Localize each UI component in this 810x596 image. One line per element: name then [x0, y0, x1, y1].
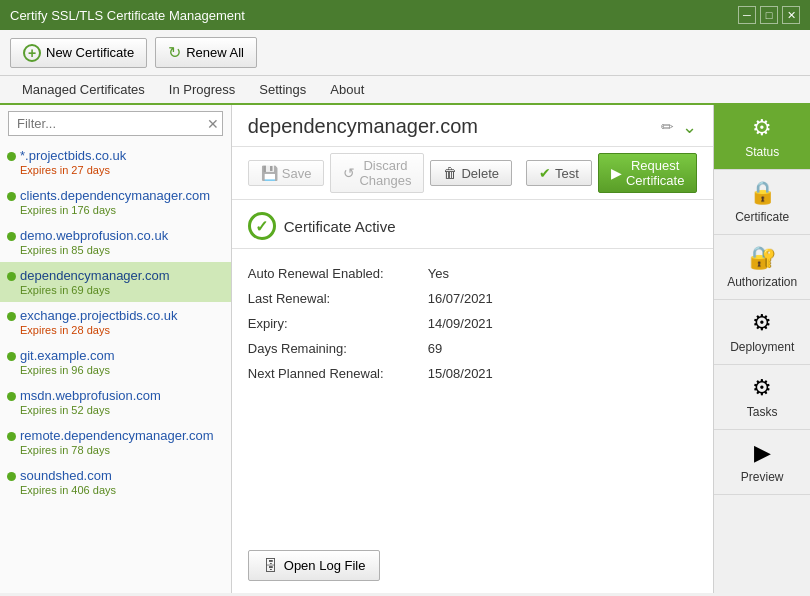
cert-details-table: Auto Renewal Enabled: Yes Last Renewal: …	[232, 249, 714, 542]
cert-detail-row: Next Planned Renewal: 15/08/2021	[248, 361, 698, 386]
open-log-area: 🗄 Open Log File	[232, 542, 714, 593]
cert-list-item[interactable]: remote.dependencymanager.com Expires in …	[0, 422, 231, 462]
deployment-label: Deployment	[730, 340, 794, 354]
cert-detail-label: Expiry:	[248, 316, 428, 331]
save-icon: 💾	[261, 165, 278, 181]
nav-tabs: Managed Certificates In Progress Setting…	[0, 76, 810, 105]
edit-icon[interactable]: ✏	[661, 118, 674, 136]
cert-detail-row: Days Remaining: 69	[248, 336, 698, 361]
cert-expiry: Expires in 69 days	[20, 284, 223, 296]
sidebar: ✕ *.projectbids.co.uk Expires in 27 days…	[0, 105, 232, 593]
cert-expiry: Expires in 406 days	[20, 484, 223, 496]
cert-list-item[interactable]: git.example.com Expires in 96 days	[0, 342, 231, 382]
cert-status-dot	[7, 152, 16, 161]
cert-status-dot	[7, 432, 16, 441]
detail-header-icons: ✏ ⌄	[661, 116, 697, 138]
cert-detail-value: Yes	[428, 266, 449, 281]
request-certificate-button[interactable]: ▶ Request Certificate	[598, 153, 698, 193]
tasks-label: Tasks	[747, 405, 778, 419]
cert-status-dot	[7, 312, 16, 321]
tab-in-progress[interactable]: In Progress	[157, 76, 247, 105]
new-certificate-button[interactable]: + New Certificate	[10, 38, 147, 68]
cert-list-item[interactable]: msdn.webprofusion.com Expires in 52 days	[0, 382, 231, 422]
action-bar: 💾 Save ↺ Discard Changes 🗑 Delete ✔ Test…	[232, 147, 714, 200]
right-panel: ⚙ Status 🔒 Certificate 🔐 Authorization ⚙…	[713, 105, 810, 593]
chevron-down-icon[interactable]: ⌄	[682, 116, 697, 138]
search-clear-button[interactable]: ✕	[207, 116, 219, 132]
status-label: Status	[745, 145, 779, 159]
cert-list-item[interactable]: clients.dependencymanager.com Expires in…	[0, 182, 231, 222]
right-panel-authorization[interactable]: 🔐 Authorization	[714, 235, 810, 300]
detail-header: dependencymanager.com ✏ ⌄	[232, 105, 714, 147]
discard-icon: ↺	[343, 165, 355, 181]
search-input[interactable]	[8, 111, 223, 136]
authorization-label: Authorization	[727, 275, 797, 289]
right-panel-tasks[interactable]: ⚙ Tasks	[714, 365, 810, 430]
cert-expiry: Expires in 85 days	[20, 244, 223, 256]
close-button[interactable]: ✕	[782, 6, 800, 24]
cert-expiry: Expires in 96 days	[20, 364, 223, 376]
cert-detail-label: Auto Renewal Enabled:	[248, 266, 428, 281]
open-log-button[interactable]: 🗄 Open Log File	[248, 550, 381, 581]
detail-title: dependencymanager.com	[248, 115, 478, 138]
cert-expiry: Expires in 52 days	[20, 404, 223, 416]
cert-status-dot	[7, 352, 16, 361]
tab-managed-certificates[interactable]: Managed Certificates	[10, 76, 157, 105]
right-panel-preview[interactable]: ▶ Preview	[714, 430, 810, 495]
cert-status-dot	[7, 472, 16, 481]
cert-detail-value: 15/08/2021	[428, 366, 493, 381]
delete-icon: 🗑	[443, 165, 457, 181]
status-icon: ⚙	[752, 115, 772, 141]
cert-detail-label: Last Renewal:	[248, 291, 428, 306]
cert-list-item[interactable]: dependencymanager.com Expires in 69 days	[0, 262, 231, 302]
main-content: ✕ *.projectbids.co.uk Expires in 27 days…	[0, 105, 810, 593]
cert-name: msdn.webprofusion.com	[20, 388, 223, 403]
authorization-icon: 🔐	[749, 245, 776, 271]
cert-name: clients.dependencymanager.com	[20, 188, 223, 203]
delete-button[interactable]: 🗑 Delete	[430, 160, 512, 186]
cert-list-item[interactable]: demo.webprofusion.co.uk Expires in 85 da…	[0, 222, 231, 262]
cert-detail-value: 69	[428, 341, 442, 356]
maximize-button[interactable]: □	[760, 6, 778, 24]
cert-list-item[interactable]: *.projectbids.co.uk Expires in 27 days	[0, 142, 231, 182]
cert-expiry: Expires in 28 days	[20, 324, 223, 336]
cert-detail-label: Days Remaining:	[248, 341, 428, 356]
right-panel-certificate[interactable]: 🔒 Certificate	[714, 170, 810, 235]
save-button[interactable]: 💾 Save	[248, 160, 325, 186]
renew-all-button[interactable]: ↻ Renew All	[155, 37, 257, 68]
cert-name: dependencymanager.com	[20, 268, 223, 283]
tab-settings[interactable]: Settings	[247, 76, 318, 105]
cert-list-item[interactable]: soundshed.com Expires in 406 days	[0, 462, 231, 502]
cert-status-dot	[7, 192, 16, 201]
right-panel-status[interactable]: ⚙ Status	[714, 105, 810, 170]
preview-label: Preview	[741, 470, 784, 484]
preview-icon: ▶	[754, 440, 771, 466]
window-controls: ─ □ ✕	[738, 6, 800, 24]
deployment-icon: ⚙	[752, 310, 772, 336]
certificate-label: Certificate	[735, 210, 789, 224]
delete-label: Delete	[461, 166, 499, 181]
cert-detail-value: 14/09/2021	[428, 316, 493, 331]
request-icon: ▶	[611, 165, 622, 181]
minimize-button[interactable]: ─	[738, 6, 756, 24]
test-button[interactable]: ✔ Test	[526, 160, 592, 186]
tab-about[interactable]: About	[318, 76, 376, 105]
cert-expiry: Expires in 27 days	[20, 164, 223, 176]
plus-icon: +	[23, 44, 41, 62]
search-box: ✕	[8, 111, 223, 136]
renew-all-label: Renew All	[186, 45, 244, 60]
right-panel-deployment[interactable]: ⚙ Deployment	[714, 300, 810, 365]
toolbar: + New Certificate ↻ Renew All	[0, 30, 810, 76]
cert-detail-row: Last Renewal: 16/07/2021	[248, 286, 698, 311]
cert-status-dot	[7, 392, 16, 401]
open-log-label: Open Log File	[284, 558, 366, 573]
cert-name: exchange.projectbids.co.uk	[20, 308, 223, 323]
certificate-icon: 🔒	[749, 180, 776, 206]
cert-detail-row: Auto Renewal Enabled: Yes	[248, 261, 698, 286]
cert-status-dot	[7, 272, 16, 281]
discard-changes-button[interactable]: ↺ Discard Changes	[330, 153, 424, 193]
cert-list-item[interactable]: exchange.projectbids.co.uk Expires in 28…	[0, 302, 231, 342]
cert-list: *.projectbids.co.uk Expires in 27 days c…	[0, 142, 231, 593]
detail-panel: dependencymanager.com ✏ ⌄ 💾 Save ↺ Disca…	[232, 105, 714, 593]
cert-expiry: Expires in 176 days	[20, 204, 223, 216]
